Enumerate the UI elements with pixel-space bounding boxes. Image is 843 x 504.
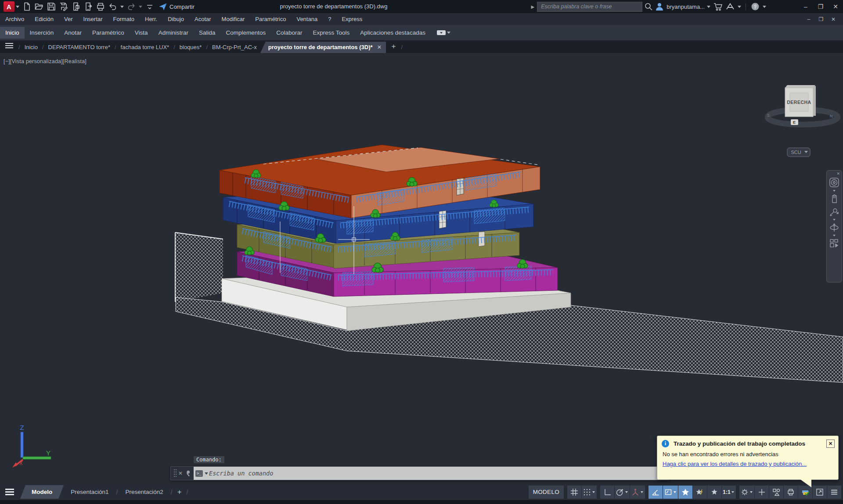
open-from-mobile-button[interactable] — [70, 1, 82, 12]
annotation-monitor-button[interactable] — [755, 486, 769, 499]
menu-parametrico[interactable]: Paramétrico — [250, 16, 291, 22]
ortho-mode-button[interactable] — [600, 486, 614, 499]
ribbon-tab-colaborar[interactable]: Colaborar — [271, 27, 307, 39]
orbit-caret-icon[interactable] — [833, 235, 836, 236]
menu-ayuda[interactable]: ? — [323, 16, 336, 22]
dynamic-input-button[interactable] — [663, 486, 678, 499]
viewport-controls-label[interactable]: [−][Vista personalizada][Realista] — [4, 58, 86, 64]
app-restore-button[interactable]: ❐ — [813, 3, 828, 10]
doc-close-button[interactable]: ✕ — [827, 16, 839, 22]
ribbon-tab-anotar[interactable]: Anotar — [59, 27, 87, 39]
ribbon-tab-inicio[interactable]: Inicio — [0, 27, 25, 39]
search-button[interactable] — [643, 1, 654, 12]
menu-formato[interactable]: Formato — [108, 16, 140, 22]
polar-tracking-button[interactable] — [615, 486, 630, 499]
status-customize-button[interactable] — [827, 486, 841, 499]
file-tab-active-proyecto-torre[interactable]: proyecto torre de departamentos (3D)* ✕ — [260, 42, 386, 53]
command-input[interactable] — [208, 469, 656, 477]
menu-modificar[interactable]: Modificar — [216, 16, 250, 22]
help-caret-icon[interactable] — [763, 6, 766, 8]
menu-dibujo[interactable]: Dibujo — [162, 16, 189, 22]
steering-wheel-icon[interactable] — [829, 177, 840, 188]
ribbon-tab-salida[interactable]: Salida — [194, 27, 221, 39]
showmotion-icon[interactable] — [829, 238, 839, 249]
username-label[interactable]: bryanputama... — [666, 4, 705, 10]
plot-details-button[interactable] — [784, 486, 798, 499]
ribbon-tab-parametrico[interactable]: Paramétrico — [87, 27, 130, 39]
orbit-icon[interactable] — [829, 222, 839, 233]
command-bar-grip[interactable]: ✕ — [171, 467, 194, 480]
search-expand-icon[interactable]: ▶ — [531, 4, 535, 9]
doc-minimize-button[interactable]: – — [803, 16, 815, 22]
app-store-button[interactable] — [712, 1, 724, 12]
autodesk-caret-icon[interactable] — [738, 6, 741, 8]
workspace-caret-icon[interactable] — [750, 491, 753, 493]
layout-tab-presentacion2[interactable]: Presentación2 — [118, 485, 170, 499]
help-button[interactable]: ? — [749, 1, 761, 12]
model-space-toggle-button[interactable]: MODELO — [529, 486, 564, 499]
file-tabs-menu-button[interactable] — [5, 42, 13, 50]
zoom-extents-icon[interactable] — [829, 207, 839, 217]
file-tab-bm-crp[interactable]: BM-Crp-Prt_AC-x — [209, 42, 260, 53]
annotation-scale-button[interactable]: 1:1 — [722, 486, 736, 499]
ribbon-tab-complementos[interactable]: Complementos — [220, 27, 271, 39]
ribbon-tab-aplicaciones[interactable]: Aplicaciones destacadas — [355, 27, 431, 39]
search-input[interactable] — [537, 2, 642, 12]
workspace-switch-button[interactable] — [739, 486, 754, 499]
autodesk-account-button[interactable] — [724, 1, 736, 12]
app-menu-caret-icon[interactable] — [16, 6, 19, 8]
save-as-button[interactable] — [58, 1, 69, 12]
open-file-button[interactable] — [33, 1, 45, 12]
toolbar-customize-button[interactable] — [144, 1, 155, 12]
file-tab-fachada-torre-lux[interactable]: fachada torre LUX* — [117, 42, 173, 53]
ribbon-collapse-options-icon[interactable] — [447, 32, 450, 34]
annotation-autoscale-button[interactable] — [693, 486, 707, 499]
annotation-visibility-button[interactable] — [678, 486, 692, 499]
new-file-button[interactable] — [21, 1, 32, 12]
user-menu-caret-icon[interactable] — [707, 6, 710, 8]
app-close-button[interactable]: ✕ — [828, 3, 843, 10]
menu-insertar[interactable]: Insertar — [78, 16, 108, 22]
command-input-area[interactable]: >_ — [194, 467, 657, 480]
snap-caret-icon[interactable] — [592, 491, 595, 493]
notification-close-button[interactable]: ✕ — [826, 440, 835, 448]
wheel-caret-icon[interactable] — [833, 190, 836, 192]
layout-tab-presentacion1[interactable]: Presentación1 — [64, 485, 115, 499]
ribbon-tab-administrar[interactable]: Administrar — [153, 27, 194, 39]
ribbon-collapse-button[interactable] — [437, 30, 446, 35]
doc-restore-button[interactable]: ❐ — [815, 16, 827, 22]
menu-herramientas[interactable]: Herr. — [140, 16, 162, 22]
osnap-caret-icon[interactable] — [674, 491, 676, 493]
undo-history-caret-icon[interactable] — [120, 6, 124, 8]
plot-status-button[interactable] — [798, 486, 812, 499]
file-tab-inicio[interactable]: Inicio — [21, 42, 41, 53]
redo-button[interactable] — [126, 1, 137, 12]
annotation-scale-sync-button[interactable] — [707, 486, 721, 499]
navigation-bar[interactable]: ✕ — [826, 170, 842, 282]
menu-archivo[interactable]: Archivo — [0, 16, 29, 22]
viewcube[interactable]: S N DERECHA E — [767, 85, 838, 125]
undo-button[interactable] — [107, 1, 119, 12]
new-drawing-tab-button[interactable]: + — [386, 41, 400, 53]
ribbon-tab-insercion[interactable]: Inserción — [25, 27, 59, 39]
isolate-objects-button[interactable] — [769, 486, 783, 499]
isodraft-button[interactable] — [630, 486, 645, 499]
3d-model-view[interactable]: S N DERECHA E SCU Z Y — [0, 53, 843, 484]
plot-button[interactable] — [95, 1, 106, 12]
osnap-tracking-button[interactable] — [648, 486, 663, 499]
autocad-logo-icon[interactable]: A — [4, 1, 14, 12]
app-minimize-button[interactable]: – — [798, 3, 813, 10]
save-to-mobile-button[interactable] — [83, 1, 94, 12]
drawing-area[interactable]: S N DERECHA E SCU Z Y — [0, 53, 843, 484]
layout-menu-button[interactable] — [5, 487, 14, 497]
redo-history-caret-icon[interactable] — [139, 6, 142, 8]
new-layout-button[interactable]: + — [173, 488, 186, 497]
clean-screen-button[interactable] — [813, 486, 827, 499]
scale-caret-icon[interactable] — [731, 491, 734, 493]
command-close-icon[interactable]: ✕ — [178, 470, 183, 476]
notification-details-link[interactable]: Haga clic para ver los detalles de traza… — [657, 458, 838, 467]
layout-tab-modelo[interactable]: Modelo — [20, 485, 64, 499]
share-button[interactable]: Compartir — [159, 2, 195, 11]
save-button[interactable] — [46, 1, 57, 12]
polar-caret-icon[interactable] — [625, 491, 628, 493]
